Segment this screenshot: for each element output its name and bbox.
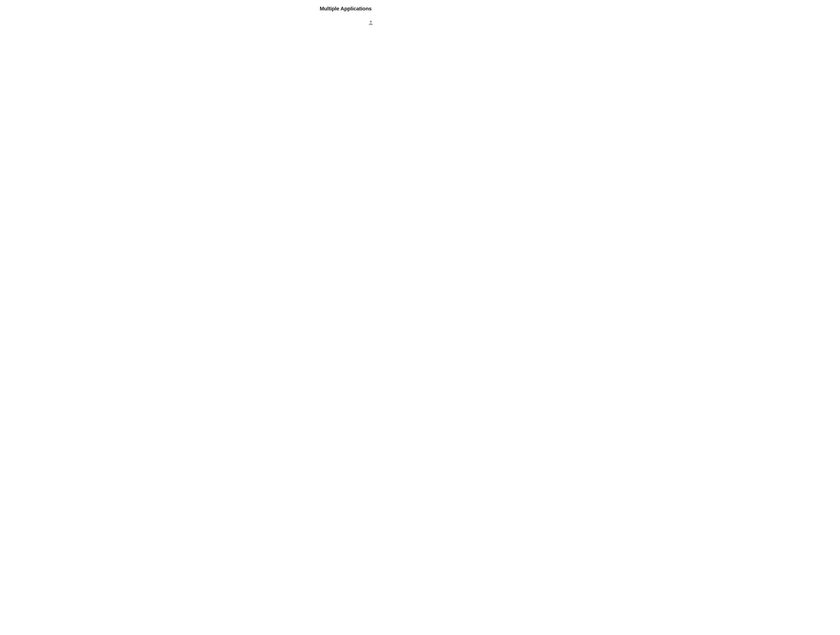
page-title: Multiple Applications (320, 6, 537, 12)
left-column: https://{default}: type: upstream upstre… (320, 20, 422, 25)
user-to-router (350, 20, 392, 25)
svg-point-0 (369, 20, 372, 23)
user-icon (368, 20, 374, 25)
